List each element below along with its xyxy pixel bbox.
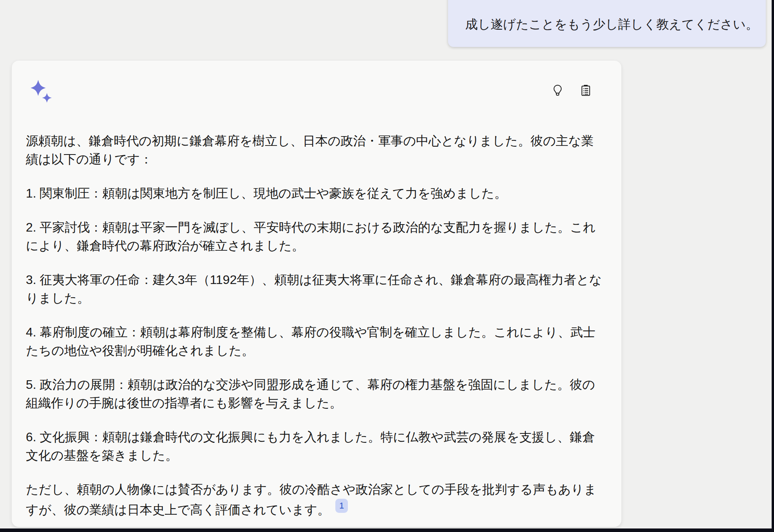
list-item-1: 1. 関東制圧：頼朝は関東地方を制圧し、現地の武士や豪族を従えて力を強めました。 xyxy=(26,184,604,203)
citation-superscript-badge[interactable]: 1 xyxy=(335,499,348,513)
list-item-5: 5. 政治力の展開：頼朝は政治的な交渉や同盟形成を通じて、幕府の権力基盤を強固に… xyxy=(26,376,604,412)
list-item-6: 6. 文化振興：頼朝は鎌倉時代の文化振興にも力を入れました。特に仏教や武芸の発展… xyxy=(26,428,604,465)
window-edge-bottom xyxy=(0,528,774,532)
list-item-3: 3. 征夷大将軍の任命：建久3年（1192年）、頼朝は征夷大将軍に任命され、鎌倉… xyxy=(26,271,604,307)
intro-paragraph: 源頼朝は、鎌倉時代の初期に鎌倉幕府を樹立し、日本の政治・軍事の中心となりました。… xyxy=(26,132,604,169)
closing-paragraph: ただし、頼朝の人物像には賛否があります。彼の冷酷さや政治家としての手段を批判する… xyxy=(26,480,604,519)
user-message-text: 成し遂げたことをもう少し詳しく教えてください。 xyxy=(465,16,758,33)
closing-paragraph-text: ただし、頼朝の人物像には賛否があります。彼の冷酷さや政治家としての手段を批判する… xyxy=(26,482,597,517)
assistant-message-body: 源頼朝は、鎌倉時代の初期に鎌倉幕府を樹立し、日本の政治・軍事の中心となりました。… xyxy=(26,132,604,532)
lightbulb-button[interactable] xyxy=(551,84,564,97)
lightbulb-icon xyxy=(551,84,564,98)
clipboard-icon xyxy=(579,84,592,98)
user-message-bubble: 成し遂げたことをもう少し詳しく教えてください。 xyxy=(448,0,766,47)
card-header xyxy=(26,79,604,117)
clipboard-button[interactable] xyxy=(579,84,592,97)
card-actions xyxy=(551,84,592,97)
window-edge-right xyxy=(772,0,774,532)
assistant-response-card: 源頼朝は、鎌倉時代の初期に鎌倉幕府を樹立し、日本の政治・軍事の中心となりました。… xyxy=(12,61,621,527)
copilot-sparkle-icon xyxy=(29,79,53,104)
list-item-4: 4. 幕府制度の確立：頼朝は幕府制度を整備し、幕府の役職や官制を確立しました。こ… xyxy=(26,323,604,360)
list-item-2: 2. 平家討伐：頼朝は平家一門を滅ぼし、平安時代の末期における政治的な支配力を握… xyxy=(26,218,604,255)
